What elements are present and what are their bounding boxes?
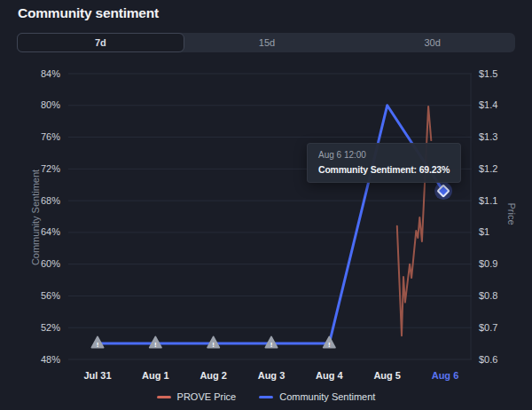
svg-text:!: ! [328,341,331,349]
right-tick-label: $0.7 [479,322,528,334]
legend-line-swatch [259,396,273,398]
svg-text:!: ! [154,341,157,349]
right-tick-label: $1.5 [479,68,528,80]
tooltip-timestamp: Aug 6 12:00 [318,150,450,160]
legend-line-swatch [157,396,171,398]
legend-label: PROVE Price [177,391,237,402]
left-tick-label: 56% [0,290,60,302]
warning-triangle-icon: ! [92,337,104,349]
current-point-diamond-marker[interactable] [434,182,452,200]
left-axis-title: Community Sentiment [30,170,41,265]
right-tick-label: $1.2 [479,163,528,175]
svg-text:!: ! [212,341,215,349]
warning-triangle-icon: ! [207,337,219,349]
warning-triangle-icon: ! [324,337,335,349]
community-sentiment-card: Community sentiment 7d15d30d !!!!! 84%80… [0,0,532,410]
legend-item-community-sentiment[interactable]: Community Sentiment [259,391,375,402]
x-axis-label-aug-6: Aug 6 [417,370,473,382]
sentiment-price-chart[interactable]: !!!!! [0,0,532,410]
right-tick-label: $1.3 [479,131,528,143]
series-line-community-sentiment [98,106,443,343]
series-line-prove-price [397,106,432,335]
right-tick-label: $0.8 [479,290,528,302]
svg-text:!: ! [270,341,273,349]
warning-triangle-icon: ! [150,337,161,349]
right-tick-label: $1.1 [479,195,528,207]
left-tick-label: 48% [0,354,60,366]
x-axis-label-aug-1: Aug 1 [127,370,184,382]
right-tick-label: $0.6 [479,354,528,366]
left-tick-label: 76% [0,131,60,143]
left-tick-label: 84% [0,68,60,80]
svg-text:!: ! [97,341,99,349]
x-axis-label-jul-31: Jul 31 [69,370,126,382]
legend-label: Community Sentiment [279,391,375,402]
chart-tooltip: Aug 6 12:00 Community Sentiment: 69.23% [307,143,461,183]
tooltip-sentiment-value: Community Sentiment: 69.23% [318,164,450,175]
left-tick-label: 80% [0,99,60,111]
right-tick-label: $1.4 [479,99,528,111]
right-tick-label: $1 [479,226,528,238]
right-axis-title: Price [506,202,517,225]
left-tick-label: 52% [0,322,60,334]
warning-triangle-icon: ! [265,337,277,349]
x-axis-label-aug-4: Aug 4 [301,370,357,382]
x-axis-label-aug-2: Aug 2 [185,370,242,382]
right-tick-label: $0.9 [479,258,528,270]
chart-legend: PROVE PriceCommunity Sentiment [0,391,532,402]
x-axis-label-aug-3: Aug 3 [243,370,300,382]
legend-item-prove-price[interactable]: PROVE Price [157,391,237,402]
x-axis-label-aug-5: Aug 5 [359,370,416,382]
